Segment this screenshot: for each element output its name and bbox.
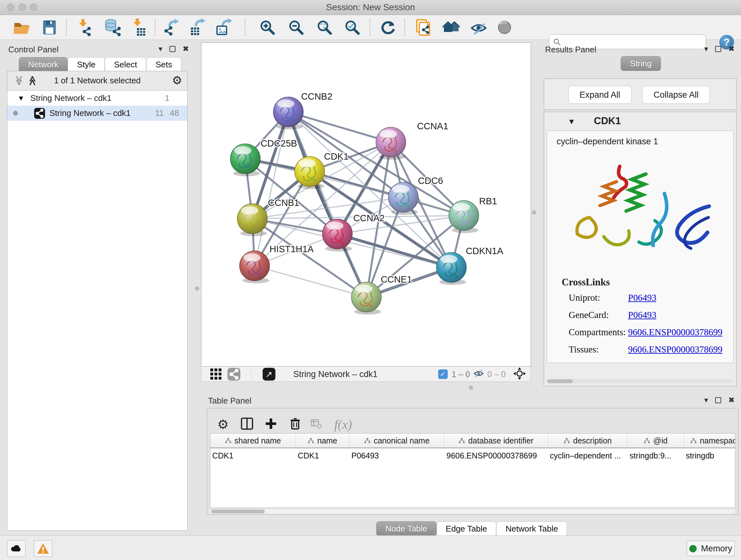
tab-select[interactable]: Select: [105, 57, 146, 72]
panel-close-icon[interactable]: ✖: [728, 396, 735, 403]
maximize-window-button[interactable]: [30, 3, 37, 11]
function-builder-icon[interactable]: f(x): [334, 417, 352, 432]
export-table-icon[interactable]: [188, 18, 206, 37]
refresh-layout-icon[interactable]: [379, 18, 397, 37]
tab-string[interactable]: String: [621, 56, 661, 71]
node-CCNB1[interactable]: [238, 204, 267, 236]
table-hscrollbar[interactable]: [210, 509, 735, 514]
node-HIST1H1A[interactable]: [240, 251, 270, 284]
collapse-triangle-icon[interactable]: ▼: [568, 117, 576, 126]
zoom-in-icon[interactable]: [259, 18, 276, 37]
table-options-gear-icon[interactable]: ⚙: [217, 417, 229, 432]
column-header--id[interactable]: @id: [628, 434, 684, 448]
node-CDKN1A[interactable]: [436, 253, 467, 285]
protein-result-card: ▼ CDK1 cyclin–dependent kinase 1 CrossLi…: [544, 112, 737, 386]
table-row[interactable]: CDK1CDK1P064939606.ENSP00000378699cyclin…: [210, 448, 735, 463]
import-network-database-icon[interactable]: [104, 18, 122, 37]
network-collection-row[interactable]: ▼ String Network – cdk1 1: [7, 91, 187, 106]
network-row-selected[interactable]: String Network – cdk1 11 48: [7, 106, 187, 121]
panel-close-icon[interactable]: ✖: [728, 45, 735, 52]
cloud-button[interactable]: [7, 540, 25, 557]
grid-view-icon[interactable]: [210, 367, 222, 381]
collapse-all-button[interactable]: Collapse All: [643, 86, 710, 104]
collapse-triangle-icon[interactable]: ▼: [17, 91, 24, 106]
export-network-icon[interactable]: [162, 18, 180, 37]
table-cell[interactable]: 9606.ENSP00000378699: [445, 451, 548, 460]
panel-float-icon[interactable]: [715, 397, 721, 403]
expand-all-button[interactable]: Expand All: [568, 86, 631, 104]
splitter-handle[interactable]: [195, 287, 199, 291]
node-CCNA1[interactable]: [376, 127, 406, 160]
table-cell[interactable]: stringdb: [684, 451, 735, 460]
crosslink-link[interactable]: P06493: [628, 310, 657, 320]
save-session-icon[interactable]: [41, 18, 58, 37]
panel-close-icon[interactable]: ✖: [183, 45, 189, 52]
import-network-file-icon[interactable]: [75, 18, 93, 37]
delete-column-trash-icon[interactable]: [289, 417, 301, 431]
add-column-icon[interactable]: [265, 417, 277, 431]
table-cell[interactable]: CDK1: [210, 451, 296, 460]
show-columns-icon[interactable]: [240, 417, 254, 432]
zoom-out-icon[interactable]: [287, 18, 305, 37]
memory-status-dot-icon: [689, 545, 697, 552]
export-image-icon[interactable]: [215, 18, 233, 37]
zoom-selected-icon[interactable]: [343, 18, 361, 37]
tab-node-table[interactable]: Node Table: [376, 521, 436, 536]
node-CDC6[interactable]: [388, 182, 418, 215]
tab-edge-table[interactable]: Edge Table: [436, 521, 496, 536]
node-CDC25B[interactable]: [230, 144, 260, 176]
edge-HIST1H1A-CCNE1[interactable]: [255, 266, 366, 297]
crosslink-link[interactable]: 9606.ENSP00000378699: [628, 327, 723, 337]
warnings-button[interactable]: [34, 540, 52, 557]
column-header-namespace[interactable]: namespace: [684, 434, 735, 448]
panel-menu-icon[interactable]: ▾: [704, 396, 708, 403]
node-CCNE1[interactable]: [351, 282, 381, 315]
hidden-eye-icon[interactable]: [473, 368, 485, 381]
network-canvas[interactable]: CCNB2CCNA1CDC25BCDK1CDC6RB1CCNB1CCNA2CDK…: [201, 43, 531, 367]
crosslink-link[interactable]: P06493: [628, 293, 657, 303]
tab-style[interactable]: Style: [68, 57, 105, 72]
delete-table-icon[interactable]: [310, 418, 322, 431]
column-header-description[interactable]: description: [548, 434, 628, 448]
panel-menu-icon[interactable]: ▾: [704, 45, 708, 52]
column-header-canonical-name[interactable]: canonical name: [349, 434, 445, 448]
close-window-button[interactable]: [7, 3, 14, 11]
first-neighbors-icon[interactable]: [442, 18, 460, 37]
table-cell[interactable]: cyclin–dependent ...: [548, 451, 628, 460]
node-label-CDKN1A: CDKN1A: [466, 246, 503, 256]
import-table-file-icon[interactable]: [129, 18, 147, 37]
splitter-handle[interactable]: [469, 386, 473, 390]
hide-selected-icon[interactable]: [470, 18, 488, 37]
minimize-window-button[interactable]: [18, 3, 26, 11]
tab-network-table[interactable]: Network Table: [496, 521, 567, 536]
network-options-gear-icon[interactable]: ⚙: [172, 74, 182, 87]
tab-sets[interactable]: Sets: [146, 57, 181, 72]
panel-float-icon[interactable]: [715, 46, 721, 52]
open-in-window-icon[interactable]: ↗: [263, 368, 275, 381]
panel-float-icon[interactable]: [170, 46, 176, 52]
node-RB1[interactable]: [449, 200, 479, 233]
splitter-handle[interactable]: [532, 210, 536, 214]
node-CCNA2[interactable]: [322, 219, 352, 252]
column-header-shared-name[interactable]: shared name: [210, 434, 296, 448]
open-session-icon[interactable]: [13, 18, 30, 37]
column-header-name[interactable]: name: [296, 434, 349, 448]
zoom-fit-icon[interactable]: [316, 18, 333, 37]
birds-eye-view-icon[interactable]: [513, 367, 526, 381]
clone-network-icon[interactable]: [414, 18, 432, 37]
show-all-icon[interactable]: [496, 18, 514, 37]
results-hscrollbar[interactable]: [547, 379, 734, 383]
crosslink-link[interactable]: 9606.ENSP00000378699: [628, 344, 723, 355]
tab-network[interactable]: Network: [19, 57, 68, 72]
selected-checkbox-icon[interactable]: ✓: [438, 369, 448, 379]
memory-button[interactable]: Memory: [687, 541, 735, 556]
table-cell[interactable]: stringdb:9...: [628, 451, 684, 460]
network-share-icon[interactable]: [227, 368, 240, 381]
column-header-database-identifier[interactable]: database identifier: [445, 434, 548, 448]
crosslink-link[interactable]: P06493: [628, 361, 657, 363]
node-CDK1[interactable]: [294, 157, 325, 189]
panel-menu-icon[interactable]: ▾: [158, 45, 162, 52]
toolbar-separator: [66, 19, 67, 36]
table-cell[interactable]: P06493: [349, 451, 445, 460]
table-cell[interactable]: CDK1: [296, 451, 349, 460]
